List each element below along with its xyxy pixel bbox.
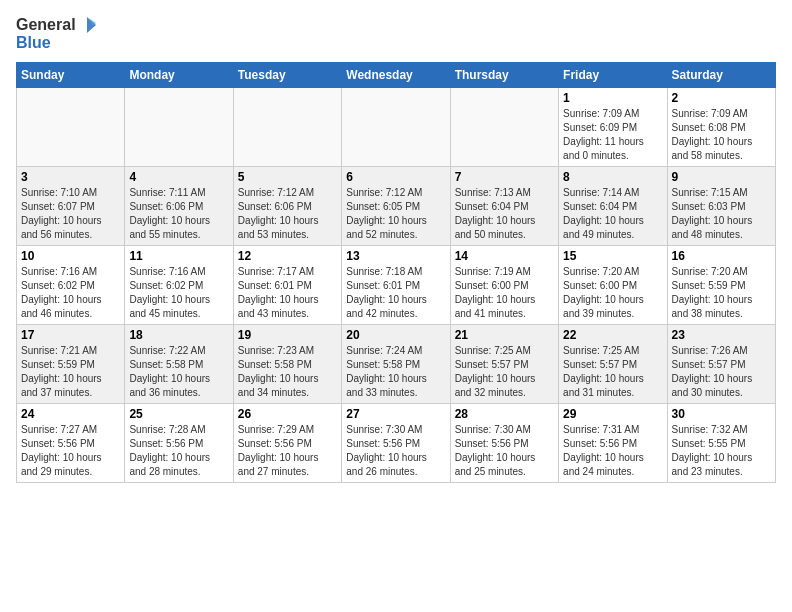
day-number: 12	[238, 249, 337, 263]
day-number: 29	[563, 407, 662, 421]
day-info: Sunrise: 7:12 AMSunset: 6:06 PMDaylight:…	[238, 186, 337, 242]
calendar-week-row: 10Sunrise: 7:16 AMSunset: 6:02 PMDayligh…	[17, 245, 776, 324]
calendar-cell: 20Sunrise: 7:24 AMSunset: 5:58 PMDayligh…	[342, 324, 450, 403]
calendar-cell: 24Sunrise: 7:27 AMSunset: 5:56 PMDayligh…	[17, 403, 125, 482]
calendar-cell: 8Sunrise: 7:14 AMSunset: 6:04 PMDaylight…	[559, 166, 667, 245]
calendar-cell: 28Sunrise: 7:30 AMSunset: 5:56 PMDayligh…	[450, 403, 558, 482]
calendar-cell: 30Sunrise: 7:32 AMSunset: 5:55 PMDayligh…	[667, 403, 775, 482]
calendar-cell: 18Sunrise: 7:22 AMSunset: 5:58 PMDayligh…	[125, 324, 233, 403]
day-info: Sunrise: 7:11 AMSunset: 6:06 PMDaylight:…	[129, 186, 228, 242]
weekday-header-monday: Monday	[125, 62, 233, 87]
calendar-cell: 25Sunrise: 7:28 AMSunset: 5:56 PMDayligh…	[125, 403, 233, 482]
calendar-cell: 2Sunrise: 7:09 AMSunset: 6:08 PMDaylight…	[667, 87, 775, 166]
calendar-cell: 3Sunrise: 7:10 AMSunset: 6:07 PMDaylight…	[17, 166, 125, 245]
calendar-week-row: 17Sunrise: 7:21 AMSunset: 5:59 PMDayligh…	[17, 324, 776, 403]
calendar-cell: 21Sunrise: 7:25 AMSunset: 5:57 PMDayligh…	[450, 324, 558, 403]
day-info: Sunrise: 7:16 AMSunset: 6:02 PMDaylight:…	[129, 265, 228, 321]
day-number: 27	[346, 407, 445, 421]
day-number: 23	[672, 328, 771, 342]
day-info: Sunrise: 7:25 AMSunset: 5:57 PMDaylight:…	[563, 344, 662, 400]
day-number: 7	[455, 170, 554, 184]
day-number: 30	[672, 407, 771, 421]
day-info: Sunrise: 7:31 AMSunset: 5:56 PMDaylight:…	[563, 423, 662, 479]
day-info: Sunrise: 7:18 AMSunset: 6:01 PMDaylight:…	[346, 265, 445, 321]
day-number: 6	[346, 170, 445, 184]
calendar-cell: 19Sunrise: 7:23 AMSunset: 5:58 PMDayligh…	[233, 324, 341, 403]
day-info: Sunrise: 7:20 AMSunset: 6:00 PMDaylight:…	[563, 265, 662, 321]
calendar-cell	[342, 87, 450, 166]
page-header: General Blue	[16, 16, 776, 52]
day-number: 4	[129, 170, 228, 184]
day-info: Sunrise: 7:13 AMSunset: 6:04 PMDaylight:…	[455, 186, 554, 242]
day-number: 2	[672, 91, 771, 105]
calendar-cell: 5Sunrise: 7:12 AMSunset: 6:06 PMDaylight…	[233, 166, 341, 245]
calendar-cell: 29Sunrise: 7:31 AMSunset: 5:56 PMDayligh…	[559, 403, 667, 482]
calendar-cell: 1Sunrise: 7:09 AMSunset: 6:09 PMDaylight…	[559, 87, 667, 166]
day-info: Sunrise: 7:22 AMSunset: 5:58 PMDaylight:…	[129, 344, 228, 400]
weekday-header-wednesday: Wednesday	[342, 62, 450, 87]
day-info: Sunrise: 7:16 AMSunset: 6:02 PMDaylight:…	[21, 265, 120, 321]
logo-text: General Blue	[16, 16, 96, 52]
calendar-week-row: 3Sunrise: 7:10 AMSunset: 6:07 PMDaylight…	[17, 166, 776, 245]
day-number: 14	[455, 249, 554, 263]
logo-blue: Blue	[16, 34, 96, 52]
day-number: 10	[21, 249, 120, 263]
day-number: 24	[21, 407, 120, 421]
day-number: 16	[672, 249, 771, 263]
day-info: Sunrise: 7:21 AMSunset: 5:59 PMDaylight:…	[21, 344, 120, 400]
weekday-header-saturday: Saturday	[667, 62, 775, 87]
day-number: 20	[346, 328, 445, 342]
weekday-header-thursday: Thursday	[450, 62, 558, 87]
calendar-cell	[450, 87, 558, 166]
day-info: Sunrise: 7:14 AMSunset: 6:04 PMDaylight:…	[563, 186, 662, 242]
calendar-cell: 22Sunrise: 7:25 AMSunset: 5:57 PMDayligh…	[559, 324, 667, 403]
day-number: 15	[563, 249, 662, 263]
calendar-cell	[233, 87, 341, 166]
day-info: Sunrise: 7:12 AMSunset: 6:05 PMDaylight:…	[346, 186, 445, 242]
calendar-cell: 23Sunrise: 7:26 AMSunset: 5:57 PMDayligh…	[667, 324, 775, 403]
svg-marker-0	[87, 17, 96, 33]
calendar-week-row: 24Sunrise: 7:27 AMSunset: 5:56 PMDayligh…	[17, 403, 776, 482]
calendar-cell: 13Sunrise: 7:18 AMSunset: 6:01 PMDayligh…	[342, 245, 450, 324]
day-info: Sunrise: 7:15 AMSunset: 6:03 PMDaylight:…	[672, 186, 771, 242]
day-number: 9	[672, 170, 771, 184]
day-info: Sunrise: 7:10 AMSunset: 6:07 PMDaylight:…	[21, 186, 120, 242]
day-info: Sunrise: 7:19 AMSunset: 6:00 PMDaylight:…	[455, 265, 554, 321]
day-number: 26	[238, 407, 337, 421]
calendar-cell: 6Sunrise: 7:12 AMSunset: 6:05 PMDaylight…	[342, 166, 450, 245]
calendar-week-row: 1Sunrise: 7:09 AMSunset: 6:09 PMDaylight…	[17, 87, 776, 166]
calendar-cell: 26Sunrise: 7:29 AMSunset: 5:56 PMDayligh…	[233, 403, 341, 482]
day-info: Sunrise: 7:24 AMSunset: 5:58 PMDaylight:…	[346, 344, 445, 400]
weekday-header-sunday: Sunday	[17, 62, 125, 87]
day-info: Sunrise: 7:23 AMSunset: 5:58 PMDaylight:…	[238, 344, 337, 400]
day-number: 17	[21, 328, 120, 342]
calendar-cell: 4Sunrise: 7:11 AMSunset: 6:06 PMDaylight…	[125, 166, 233, 245]
day-number: 11	[129, 249, 228, 263]
logo-general: General	[16, 16, 76, 34]
calendar-cell: 17Sunrise: 7:21 AMSunset: 5:59 PMDayligh…	[17, 324, 125, 403]
logo: General Blue	[16, 16, 96, 52]
calendar-cell: 12Sunrise: 7:17 AMSunset: 6:01 PMDayligh…	[233, 245, 341, 324]
day-info: Sunrise: 7:25 AMSunset: 5:57 PMDaylight:…	[455, 344, 554, 400]
day-number: 25	[129, 407, 228, 421]
day-number: 22	[563, 328, 662, 342]
day-info: Sunrise: 7:09 AMSunset: 6:08 PMDaylight:…	[672, 107, 771, 163]
logo-bird-icon	[78, 16, 96, 34]
calendar-cell	[17, 87, 125, 166]
calendar-cell: 16Sunrise: 7:20 AMSunset: 5:59 PMDayligh…	[667, 245, 775, 324]
weekday-header-friday: Friday	[559, 62, 667, 87]
day-info: Sunrise: 7:28 AMSunset: 5:56 PMDaylight:…	[129, 423, 228, 479]
day-info: Sunrise: 7:27 AMSunset: 5:56 PMDaylight:…	[21, 423, 120, 479]
day-number: 3	[21, 170, 120, 184]
weekday-header-tuesday: Tuesday	[233, 62, 341, 87]
day-info: Sunrise: 7:20 AMSunset: 5:59 PMDaylight:…	[672, 265, 771, 321]
day-number: 28	[455, 407, 554, 421]
day-info: Sunrise: 7:30 AMSunset: 5:56 PMDaylight:…	[346, 423, 445, 479]
weekday-header-row: SundayMondayTuesdayWednesdayThursdayFrid…	[17, 62, 776, 87]
calendar-table: SundayMondayTuesdayWednesdayThursdayFrid…	[16, 62, 776, 483]
day-number: 19	[238, 328, 337, 342]
day-info: Sunrise: 7:29 AMSunset: 5:56 PMDaylight:…	[238, 423, 337, 479]
day-info: Sunrise: 7:26 AMSunset: 5:57 PMDaylight:…	[672, 344, 771, 400]
calendar-cell: 15Sunrise: 7:20 AMSunset: 6:00 PMDayligh…	[559, 245, 667, 324]
calendar-cell: 11Sunrise: 7:16 AMSunset: 6:02 PMDayligh…	[125, 245, 233, 324]
